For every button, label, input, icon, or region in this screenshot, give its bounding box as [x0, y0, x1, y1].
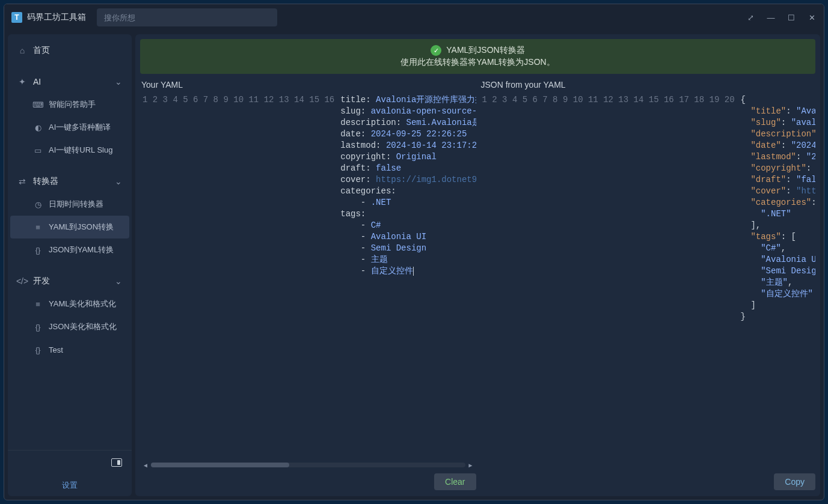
- sidebar-item-datetime[interactable]: ◷ 日期时间转换器: [8, 193, 132, 216]
- chevron-down-icon: ⌄: [115, 177, 122, 186]
- yaml-code[interactable]: title: Avalonia开源控件库强力推荐-Semi.Avalonia s…: [338, 93, 476, 461]
- code-icon: </>: [17, 276, 27, 286]
- banner-title: YAML到JSON转换器: [446, 45, 524, 56]
- sidebar-label: YAML到JSON转换: [49, 222, 114, 232]
- sidebar-item-chat[interactable]: ⌨ 智能问答助手: [8, 93, 132, 116]
- scroll-right-icon[interactable]: ►: [468, 462, 474, 469]
- sidebar-label: JSON美化和格式化: [49, 321, 117, 332]
- clear-button[interactable]: Clear: [434, 473, 476, 490]
- json-label: JSON from your YAML: [480, 77, 816, 93]
- yaml-pane: Your YAML 1 2 3 4 5 6 7 8 9 10 11 12 13 …: [140, 77, 476, 490]
- sidebar-label: Test: [49, 345, 63, 354]
- sidebar-label: 转换器: [33, 176, 58, 187]
- chevron-down-icon: ⌄: [115, 77, 122, 87]
- json-code[interactable]: { "title": "Avalonia开源控件库强力推荐-Semi.Avalo…: [738, 93, 815, 461]
- sidebar-group-dev[interactable]: </> 开发 ⌄: [8, 270, 132, 293]
- yaml-scrollbar[interactable]: ◄ ►: [140, 461, 476, 469]
- body: ⌂ 首页 ✦ AI ⌄ ⌨ 智能问答助手 ◐ AI一键多语种翻译: [4, 31, 824, 500]
- sidebar-label: 开发: [33, 276, 50, 287]
- sidebar-label: 智能问答助手: [49, 99, 96, 110]
- sidebar-label: AI一键多语种翻译: [49, 122, 111, 133]
- json-editor[interactable]: 1 2 3 4 5 6 7 8 9 10 11 12 13 14 15 16 1…: [480, 93, 816, 461]
- panel-toggle[interactable]: [8, 451, 132, 475]
- main-panel: ✓ YAML到JSON转换器 使用此在线转换器将YAML转换为JSON。 You…: [135, 34, 820, 496]
- scroll-track[interactable]: [151, 463, 465, 467]
- minimize-icon[interactable]: —: [766, 13, 776, 22]
- sidebar-label: YAML美化和格式化: [49, 299, 116, 309]
- ai-icon: ✦: [17, 77, 27, 87]
- search-input[interactable]: [97, 8, 277, 26]
- editor-panes: Your YAML 1 2 3 4 5 6 7 8 9 10 11 12 13 …: [140, 77, 815, 490]
- sidebar-item-translate[interactable]: ◐ AI一键多语种翻译: [8, 116, 132, 139]
- banner-subtitle: 使用此在线转换器将YAML转换为JSON。: [400, 57, 554, 68]
- app-window: T 码界工坊工具箱 ⤢ — ☐ ✕ ⌂ 首页 ✦ AI ⌄: [4, 4, 824, 500]
- info-banner: ✓ YAML到JSON转换器 使用此在线转换器将YAML转换为JSON。: [140, 39, 815, 74]
- sidebar-item-slug[interactable]: ▭ AI一键转URL Slug: [8, 139, 132, 162]
- sidebar-label: AI: [33, 77, 41, 87]
- chevron-down-icon: ⌄: [115, 276, 122, 286]
- window-controls: ⤢ — ☐ ✕: [746, 13, 817, 22]
- sidebar-group-converters[interactable]: ⇄ 转换器 ⌄: [8, 170, 132, 193]
- braces-icon: {}: [33, 345, 43, 354]
- sidebar-item-yaml2json[interactable]: ≡ YAML到JSON转换: [10, 216, 129, 238]
- home-icon: ⌂: [17, 46, 27, 55]
- json-pane: JSON from your YAML 1 2 3 4 5 6 7 8 9 10…: [480, 77, 816, 490]
- link-icon: ▭: [33, 145, 43, 155]
- sidebar-label: 首页: [33, 45, 50, 56]
- scroll-left-icon[interactable]: ◄: [143, 462, 149, 469]
- yaml-gutter: 1 2 3 4 5 6 7 8 9 10 11 12 13 14 15 16: [140, 93, 338, 461]
- sidebar-scroll: ⌂ 首页 ✦ AI ⌄ ⌨ 智能问答助手 ◐ AI一键多语种翻译: [8, 34, 132, 450]
- convert-icon: ⇄: [17, 177, 27, 186]
- sidebar-label: 日期时间转换器: [49, 199, 103, 210]
- scroll-thumb[interactable]: [151, 463, 289, 467]
- globe-icon: ◐: [33, 123, 43, 132]
- settings-label: 设置: [62, 480, 78, 491]
- list-icon: ≡: [33, 299, 43, 309]
- expand-icon[interactable]: ⤢: [746, 13, 755, 22]
- panel-right-icon: [111, 458, 122, 467]
- json-gutter: 1 2 3 4 5 6 7 8 9 10 11 12 13 14 15 16 1…: [480, 93, 738, 461]
- list-icon: ≡: [33, 222, 43, 232]
- sidebar-group-ai[interactable]: ✦ AI ⌄: [8, 70, 132, 93]
- chat-icon: ⌨: [33, 100, 43, 109]
- app-logo-icon: T: [11, 12, 22, 23]
- sidebar: ⌂ 首页 ✦ AI ⌄ ⌨ 智能问答助手 ◐ AI一键多语种翻译: [8, 34, 132, 496]
- sidebar-label: AI一键转URL Slug: [49, 145, 112, 156]
- titlebar: T 码界工坊工具箱 ⤢ — ☐ ✕: [4, 4, 824, 31]
- sidebar-item-test[interactable]: {} Test: [8, 338, 132, 361]
- maximize-icon[interactable]: ☐: [787, 13, 796, 22]
- check-circle-icon: ✓: [431, 45, 441, 56]
- yaml-label: Your YAML: [140, 77, 476, 93]
- clock-icon: ◷: [33, 199, 43, 209]
- braces-icon: {}: [33, 322, 43, 332]
- sidebar-item-home[interactable]: ⌂ 首页: [8, 39, 132, 62]
- sidebar-bottom: 设置: [8, 450, 132, 496]
- app-title: 码界工坊工具箱: [27, 12, 86, 23]
- close-icon[interactable]: ✕: [807, 13, 817, 22]
- sidebar-item-json-fmt[interactable]: {} JSON美化和格式化: [8, 315, 132, 338]
- sidebar-item-json2yaml[interactable]: {} JSON到YAML转换: [8, 238, 132, 261]
- settings-link[interactable]: 设置: [8, 475, 132, 496]
- yaml-editor[interactable]: 1 2 3 4 5 6 7 8 9 10 11 12 13 14 15 16 t…: [140, 93, 476, 461]
- sidebar-item-yaml-fmt[interactable]: ≡ YAML美化和格式化: [8, 293, 132, 315]
- copy-button[interactable]: Copy: [774, 473, 815, 490]
- braces-icon: {}: [33, 245, 43, 255]
- sidebar-label: JSON到YAML转换: [49, 244, 114, 255]
